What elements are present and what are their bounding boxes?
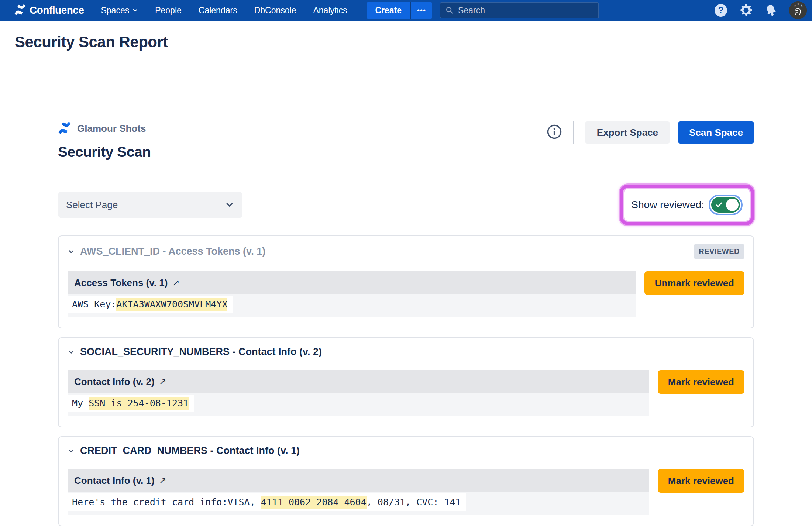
snippet-panel: AWS Key:AKIA3WAXW700SMVLM4YX [68,294,636,317]
show-reviewed-toggle[interactable] [711,197,740,213]
snippet-line: Here's the credit card info:VISA, 4111 0… [68,493,466,511]
sensitive-match: 4111 0062 2084 4604 [261,496,367,509]
nav-right-icons: ? ✳✳✳ [714,1,807,19]
nav-item-dbconsole[interactable]: DbConsole [254,6,296,16]
space-heading: Security Scan [58,144,151,160]
controls-row: Select Page Show reviewed: [58,182,754,227]
chevron-down-icon[interactable] [68,248,75,255]
external-link-icon: ↗ [159,376,166,387]
show-reviewed-label: Show reviewed: [631,199,704,211]
snippet-panel: Here's the credit card info:VISA, 4111 0… [68,492,649,515]
mark-reviewed-button[interactable]: Mark reviewed [658,370,744,394]
svg-text:✳: ✳ [797,3,800,6]
search-icon [445,6,454,15]
chevron-down-icon[interactable] [68,447,75,455]
mark-reviewed-button[interactable]: Mark reviewed [658,469,744,493]
space-logo-icon [58,121,71,136]
create-more-button[interactable]: ••• [410,2,432,19]
svg-text:?: ? [718,5,724,15]
findings-list: AWS_CLIENT_ID - Access Tokens (v. 1) REV… [58,235,754,526]
nav-item-calendars[interactable]: Calendars [199,6,237,16]
brand-name: Confluence [30,4,84,16]
chevron-down-icon [132,7,138,13]
report-container: Glamour Shots Security Scan Export Space… [58,121,754,526]
finding-page-link[interactable]: Access Tokens (v. 1) ↗ [68,271,636,294]
select-page-dropdown[interactable]: Select Page [58,192,242,218]
svg-text:✳: ✳ [794,4,796,7]
svg-text:✳: ✳ [801,4,803,7]
finding-card-ssn: SOCIAL_SECURITY_NUMBERS - Contact Info (… [58,337,754,427]
bell-icon[interactable] [764,3,778,17]
finding-title: AWS_CLIENT_ID - Access Tokens (v. 1) [80,246,265,257]
unmark-reviewed-button[interactable]: Unmark reviewed [644,271,744,295]
gear-icon[interactable] [739,3,753,17]
search-box[interactable] [440,2,599,18]
sensitive-match: SSN is 254-08-1231 [89,397,189,410]
export-space-button[interactable]: Export Space [585,121,670,144]
external-link-icon: ↗ [172,278,179,288]
space-header: Glamour Shots Security Scan Export Space… [58,121,754,160]
chevron-down-icon[interactable] [68,348,75,356]
sensitive-match: AKIA3WAXW700SMVLM4YX [116,298,227,311]
nav-menu: Spaces People Calendars DbConsole Analyt… [101,6,347,16]
help-icon[interactable]: ? [714,3,728,17]
search-input[interactable] [458,6,593,16]
finding-page-link[interactable]: Contact Info (v. 2) ↗ [68,370,649,393]
toggle-focus-ring [709,195,743,215]
toggle-knob [726,199,739,211]
reviewed-badge: REVIEWED [694,244,744,259]
select-page-placeholder: Select Page [66,199,118,211]
finding-card-aws-client-id: AWS_CLIENT_ID - Access Tokens (v. 1) REV… [58,235,754,328]
snippet-panel: My SSN is 254-08-1231 [68,393,649,416]
nav-item-spaces[interactable]: Spaces [101,6,138,16]
finding-card-credit-card: CREDIT_CARD_NUMBERS - Contact Info (v. 1… [58,436,754,526]
chevron-down-icon [226,201,234,209]
show-reviewed-annotation: Show reviewed: [620,185,754,225]
finding-page-link[interactable]: Contact Info (v. 1) ↗ [68,469,649,492]
create-button[interactable]: Create [367,2,411,19]
space-name[interactable]: Glamour Shots [77,123,146,134]
info-icon[interactable] [547,124,562,141]
nav-item-people[interactable]: People [155,6,182,16]
page-title: Security Scan Report [15,33,812,51]
check-icon [715,201,723,209]
finding-title: CREDIT_CARD_NUMBERS - Contact Info (v. 1… [80,445,300,457]
confluence-logo-icon [14,4,26,17]
snippet-line: My SSN is 254-08-1231 [68,395,194,412]
external-link-icon: ↗ [159,475,166,486]
space-actions: Export Space Scan Space [547,121,754,144]
finding-title: SOCIAL_SECURITY_NUMBERS - Contact Info (… [80,346,322,358]
nav-item-analytics[interactable]: Analytics [313,6,347,16]
scan-space-button[interactable]: Scan Space [678,121,754,144]
top-nav: Confluence Spaces People Calendars DbCon… [0,0,812,21]
divider [573,121,574,144]
snippet-line: AWS Key:AKIA3WAXW700SMVLM4YX [68,296,233,313]
confluence-brand[interactable]: Confluence [14,4,84,17]
create-button-group: Create ••• [367,2,433,19]
user-avatar[interactable]: ✳✳✳ [789,1,807,19]
